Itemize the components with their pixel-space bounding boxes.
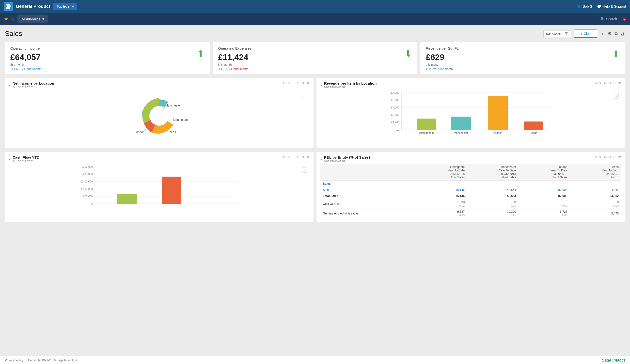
dashboards-nav[interactable]: Dashboards ▾ xyxy=(17,15,48,23)
leeds-ga: 5,470 xyxy=(570,209,621,218)
kpi-revenue-sqft-label: Revenue per Sq. Ft. xyxy=(426,46,620,50)
manchester-sales: 48,554 xyxy=(467,187,518,193)
footer-left: Privacy Policy Copyright 1999-2019 Sage … xyxy=(5,359,79,362)
settings-action-icon-4[interactable]: ⚙ xyxy=(613,155,616,159)
zoom-action-icon-2[interactable]: ⊕ xyxy=(608,81,611,85)
pl-collapse-btn[interactable]: ▾ xyxy=(320,157,322,161)
revenue-item-collapse-btn[interactable]: ▾ xyxy=(320,83,322,87)
row-sales-link[interactable]: Sales xyxy=(320,187,416,193)
nav-right: 🔍 Search 🔖 xyxy=(600,17,626,21)
dropdown-chevron-icon: ▾ xyxy=(72,4,74,8)
delete-action-icon-4[interactable]: 🗑 xyxy=(618,155,621,159)
zoom-action-icon-4[interactable]: ⊕ xyxy=(608,155,611,159)
filter-action-icon[interactable]: ⊘ xyxy=(283,81,286,85)
svg-text:Birmingham: Birmingham xyxy=(173,118,188,121)
edit-action-icon[interactable]: ✎ xyxy=(288,81,290,85)
help-support-link[interactable]: 💬 Help & Support xyxy=(597,4,626,8)
top-bar: General Product Top level ▾ 👤 Bob S 💬 He… xyxy=(0,0,630,13)
top-level-selector[interactable]: Top level ▾ xyxy=(53,3,77,10)
home-icon[interactable]: ⌂ xyxy=(11,16,14,22)
birmingham-cos: 1,8380.02 xyxy=(416,199,467,209)
svg-text:3,200,000: 3,200,000 xyxy=(81,173,93,176)
copyright-text: Copyright 1999-2019 Sage Intacct, Inc. xyxy=(28,359,79,362)
charts-row-2: ▾ Cash Flow YTD 04/13/2019 07:52 ⊘ ✎ ↻ ⊕… xyxy=(5,152,625,222)
svg-rect-26 xyxy=(451,117,471,130)
leeds-total: 24,362 xyxy=(570,193,621,199)
download-revenue-btn[interactable]: ↓ xyxy=(614,93,619,99)
arrow-down-icon: ⬇ xyxy=(404,49,412,59)
svg-text:1,600,000: 1,600,000 xyxy=(81,187,93,190)
donut-chart: ↓ Manchester Birmingham xyxy=(9,91,310,140)
delete-action-icon-2[interactable]: 🗑 xyxy=(618,81,621,85)
top-bar-left: General Product Top level ▾ xyxy=(4,2,77,11)
refresh-action-icon-4[interactable]: ↻ xyxy=(604,155,606,159)
cash-flow-chart-title: Cash Flow YTD xyxy=(12,155,40,159)
kpi-revenue-sqft-change: +£26 vs. prior month xyxy=(426,67,620,71)
edit-action-icon-4[interactable]: ✎ xyxy=(599,155,602,159)
print-button[interactable]: 🖨 xyxy=(621,31,625,36)
svg-text:London: London xyxy=(494,131,502,134)
kpi-operating-expenses: Operating Expenses £11,424 this month -£… xyxy=(212,42,418,74)
search-nav[interactable]: 🔍 Search xyxy=(600,17,617,21)
settings-action-icon[interactable]: ⚙ xyxy=(302,81,304,85)
net-income-collapse-btn[interactable]: ▾ xyxy=(9,83,10,87)
row-gen-admin: General And Administrative xyxy=(320,209,416,218)
settings-button[interactable]: ⚙ xyxy=(608,31,612,36)
download-cashflow-btn[interactable]: ↓ xyxy=(302,167,307,173)
copy-button[interactable]: ⧉ xyxy=(614,31,618,36)
delete-action-icon[interactable]: 🗑 xyxy=(306,81,310,85)
col-header-birmingham: Birmingham Year To Date 03/30/2018 % of … xyxy=(416,164,467,181)
app-title: General Product xyxy=(16,4,50,9)
pl-chart-date: 04/13/2019 07:52 xyxy=(324,160,370,163)
kpi-operating-expenses-change: -£1,100 vs. prior month xyxy=(218,67,412,71)
svg-text:£5,600: £5,600 xyxy=(391,99,400,102)
refresh-action-icon-3[interactable]: ↻ xyxy=(292,155,295,159)
cash-flow-bar-chart: ↓ 4,000,000 3,200,000 2,400,000 1,600,00… xyxy=(9,165,310,212)
pl-title-wrap: ▾ P&L by Entity (% of Sales) 04/13/2019 … xyxy=(320,155,370,163)
kpi-revenue-sqft-period: this month xyxy=(426,63,620,66)
kpi-revenue-sqft-arrow: ⬆ xyxy=(612,49,620,59)
edit-action-icon-2[interactable]: ✎ xyxy=(599,81,602,85)
bookmark-icon[interactable]: 🔖 xyxy=(622,17,626,21)
page-header: Sales 03/30/2018 📅 ⊘ Clear ＋ ⚙ ⧉ 🖨 xyxy=(5,29,625,38)
zoom-action-icon[interactable]: ⊕ xyxy=(297,81,300,85)
pl-chart-actions: ⊘ ✎ ↻ ⊕ ⚙ 🗑 xyxy=(594,155,621,159)
user-menu[interactable]: 👤 Bob S xyxy=(577,4,592,8)
delete-action-icon-3[interactable]: 🗑 xyxy=(306,155,310,159)
settings-action-icon-2[interactable]: ⚙ xyxy=(613,81,616,85)
clear-button[interactable]: ⊘ Clear xyxy=(574,29,597,38)
svg-rect-28 xyxy=(488,96,508,130)
col-header-empty xyxy=(320,164,416,181)
refresh-action-icon[interactable]: ↻ xyxy=(292,81,295,85)
favorites-icon[interactable]: ★ xyxy=(4,16,8,22)
download-chart-btn[interactable]: ↓ xyxy=(302,94,307,99)
birmingham-ga: 9,7270.13 xyxy=(416,209,467,218)
settings-action-icon-3[interactable]: ⚙ xyxy=(302,155,304,159)
col-header-london: London Year To Date 03/30/2018 % of Sale… xyxy=(518,164,570,181)
svg-rect-30 xyxy=(524,121,544,130)
top-bar-right: 👤 Bob S 💬 Help & Support xyxy=(577,4,626,8)
edit-action-icon-3[interactable]: ✎ xyxy=(288,155,290,159)
filter-action-icon-4[interactable]: ⊘ xyxy=(594,155,597,159)
cash-flow-chart-date: 04/13/2019 07:52 xyxy=(12,160,40,163)
kpi-operating-income-label: Operating Income xyxy=(10,46,204,50)
cash-flow-collapse-btn[interactable]: ▾ xyxy=(9,157,10,161)
svg-text:£1,400: £1,400 xyxy=(391,121,400,124)
add-button[interactable]: ＋ xyxy=(600,31,605,37)
net-income-title-wrap: ▾ Net Income by Location 04/13/2019 07:5… xyxy=(9,81,54,89)
refresh-action-icon-2[interactable]: ↻ xyxy=(604,81,606,85)
manchester-cos: 00.00 xyxy=(467,199,518,209)
net-income-chart-title: Net Income by Location xyxy=(12,81,54,85)
table-row: Sales 75,146 48,554 87,000 24,362 xyxy=(320,187,621,193)
filter-action-icon-3[interactable]: ⊘ xyxy=(283,155,286,159)
svg-text:2,400,000: 2,400,000 xyxy=(81,180,93,183)
donut-svg: Manchester Birmingham Leeds London xyxy=(127,91,191,140)
row-cost-of-sales: Cost Of Sales xyxy=(320,199,416,209)
zoom-action-icon-3[interactable]: ⊕ xyxy=(297,155,300,159)
kpi-operating-expenses-period: this month xyxy=(218,63,412,66)
filter-action-icon-2[interactable]: ⊘ xyxy=(594,81,597,85)
kpi-operating-income-value: £64,057 xyxy=(10,52,204,62)
date-filter[interactable]: 03/30/2018 📅 xyxy=(544,30,571,37)
svg-text:4,000,000: 4,000,000 xyxy=(81,165,93,168)
privacy-policy-link[interactable]: Privacy Policy xyxy=(5,359,24,362)
